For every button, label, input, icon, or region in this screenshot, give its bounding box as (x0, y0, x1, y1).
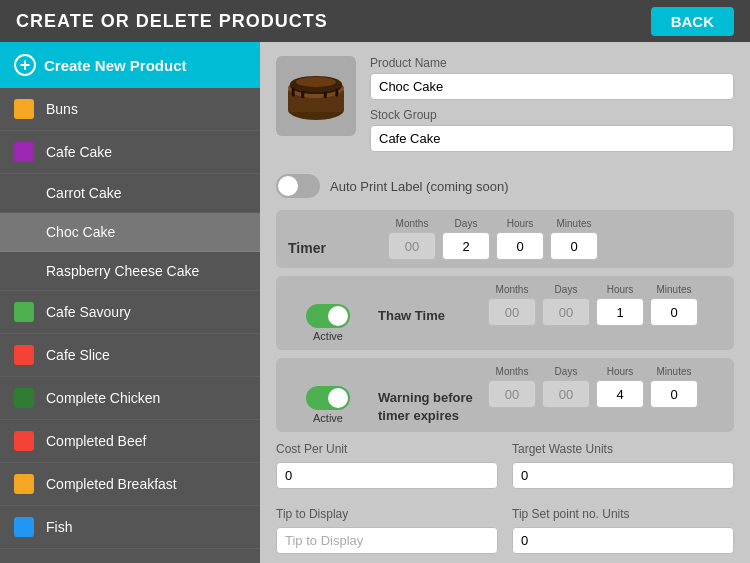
warning-days-input[interactable] (542, 380, 590, 408)
stock-group-label: Stock Group (370, 108, 734, 122)
thaw-minutes-input[interactable] (650, 298, 698, 326)
stock-group-input[interactable] (370, 125, 734, 152)
bottom-fields: Cost Per Unit Target Waste Units Tip to … (276, 442, 734, 562)
plus-icon: + (14, 54, 36, 76)
sidebar-item-label-completed-breakfast: Completed Breakfast (46, 476, 177, 492)
thaw-section: Active Thaw Time Months Days Hours Minut… (276, 276, 734, 350)
sidebar-item-label-cafe-cake: Cafe Cake (46, 144, 112, 160)
months-header: Months (388, 218, 436, 229)
product-fields: Product Name Stock Group (370, 56, 734, 160)
tip-setpoint-input[interactable] (512, 527, 734, 554)
warning-months-input[interactable] (488, 380, 536, 408)
warning-months-header: Months (488, 366, 536, 377)
thaw-headers: Months Days Hours Minutes (488, 284, 722, 295)
back-button[interactable]: BACK (651, 7, 734, 36)
color-dot-completed-breakfast (14, 474, 34, 494)
sidebar-item-carrot-cake[interactable]: Carrot Cake (0, 174, 260, 213)
thaw-cells (488, 298, 722, 326)
warning-minutes-input[interactable] (650, 380, 698, 408)
warning-hours-header: Hours (596, 366, 644, 377)
sidebar-item-cafe-savoury[interactable]: Cafe Savoury (0, 291, 260, 334)
cost-per-unit-input[interactable] (276, 462, 498, 489)
thaw-label-col: Thaw Time (378, 284, 478, 324)
toggle-knob (278, 176, 298, 196)
sidebar: + Create New Product BunsCafe CakeCarrot… (0, 42, 260, 563)
product-image (276, 56, 356, 136)
thaw-hours-input[interactable] (596, 298, 644, 326)
timer-row: Timer Months Days Hours Minutes (288, 218, 722, 260)
timer-section: Timer Months Days Hours Minutes (276, 210, 734, 268)
thaw-months-input[interactable] (488, 298, 536, 326)
product-header: Product Name Stock Group (276, 56, 734, 160)
color-dot-cafe-slice (14, 345, 34, 365)
timer-days-input[interactable] (442, 232, 490, 260)
color-dot-cafe-savoury (14, 302, 34, 322)
timer-months-input[interactable] (388, 232, 436, 260)
timer-cells (388, 232, 722, 260)
tip-setpoint-group: Tip Set point no. Units (512, 507, 734, 562)
warning-active-toggle[interactable] (306, 386, 350, 410)
target-waste-label: Target Waste Units (512, 442, 734, 456)
timer-inputs-col: Months Days Hours Minutes (388, 218, 722, 260)
create-new-label: Create New Product (44, 57, 187, 74)
thaw-toggle-col: Active (288, 284, 368, 342)
create-new-product-button[interactable]: + Create New Product (0, 42, 260, 88)
sidebar-item-choc-cake[interactable]: Choc Cake (0, 213, 260, 252)
tip-setpoint-label: Tip Set point no. Units (512, 507, 734, 521)
sidebar-item-cafe-slice[interactable]: Cafe Slice (0, 334, 260, 377)
tip-display-group: Tip to Display (276, 507, 498, 562)
warning-minutes-header: Minutes (650, 366, 698, 377)
warning-headers: Months Days Hours Minutes (488, 366, 722, 377)
warning-label-col: Warning beforetimer expires (378, 366, 478, 424)
thaw-label: Thaw Time (378, 308, 445, 323)
warning-label: Warning beforetimer expires (378, 390, 473, 423)
auto-print-label: Auto Print Label (coming soon) (330, 179, 508, 194)
color-dot-completed-beef (14, 431, 34, 451)
header: CREATE OR DELETE PRODUCTS BACK (0, 0, 750, 42)
sidebar-item-buns[interactable]: Buns (0, 88, 260, 131)
auto-print-toggle[interactable] (276, 174, 320, 198)
thaw-active-label: Active (313, 330, 343, 342)
sidebar-item-label-raspberry-cheese-cake: Raspberry Cheese Cake (46, 263, 199, 279)
sidebar-item-label-choc-cake: Choc Cake (46, 224, 115, 240)
thaw-days-input[interactable] (542, 298, 590, 326)
sidebar-item-label-fish: Fish (46, 519, 72, 535)
thaw-toggle-knob (328, 306, 348, 326)
tip-display-input[interactable] (276, 527, 498, 554)
thaw-minutes-header: Minutes (650, 284, 698, 295)
warning-inner: Active Warning beforetimer expires Month… (288, 366, 722, 424)
timer-minutes-input[interactable] (550, 232, 598, 260)
sidebar-item-complete-chicken[interactable]: Complete Chicken (0, 377, 260, 420)
days-header: Days (442, 218, 490, 229)
warning-hours-input[interactable] (596, 380, 644, 408)
sidebar-item-raspberry-cheese-cake[interactable]: Raspberry Cheese Cake (0, 252, 260, 291)
thaw-hours-header: Hours (596, 284, 644, 295)
auto-print-row: Auto Print Label (coming soon) (276, 174, 734, 198)
product-name-input[interactable] (370, 73, 734, 100)
sidebar-item-completed-beef[interactable]: Completed Beef (0, 420, 260, 463)
warning-toggle-knob (328, 388, 348, 408)
sidebar-item-label-complete-chicken: Complete Chicken (46, 390, 160, 406)
tip-display-label: Tip to Display (276, 507, 498, 521)
sidebar-item-completed-breakfast[interactable]: Completed Breakfast (0, 463, 260, 506)
cost-per-unit-group: Cost Per Unit (276, 442, 498, 497)
sidebar-item-cafe-cake[interactable]: Cafe Cake (0, 131, 260, 174)
sidebar-items-list: BunsCafe CakeCarrot CakeChoc CakeRaspber… (0, 88, 260, 549)
page-title: CREATE OR DELETE PRODUCTS (16, 11, 328, 32)
warning-inputs-col: Months Days Hours Minutes (488, 366, 722, 408)
color-dot-cafe-cake (14, 142, 34, 162)
sidebar-item-fish[interactable]: Fish (0, 506, 260, 549)
warning-active-label: Active (313, 412, 343, 424)
timer-hours-input[interactable] (496, 232, 544, 260)
product-name-label: Product Name (370, 56, 734, 70)
target-waste-group: Target Waste Units (512, 442, 734, 497)
cost-per-unit-label: Cost Per Unit (276, 442, 498, 456)
sidebar-item-label-buns: Buns (46, 101, 78, 117)
thaw-inner: Active Thaw Time Months Days Hours Minut… (288, 284, 722, 342)
timer-name-col: Timer (288, 218, 378, 256)
sidebar-item-label-cafe-slice: Cafe Slice (46, 347, 110, 363)
thaw-active-toggle[interactable] (306, 304, 350, 328)
target-waste-input[interactable] (512, 462, 734, 489)
sidebar-item-label-carrot-cake: Carrot Cake (46, 185, 121, 201)
timer-headers: Months Days Hours Minutes (388, 218, 722, 229)
